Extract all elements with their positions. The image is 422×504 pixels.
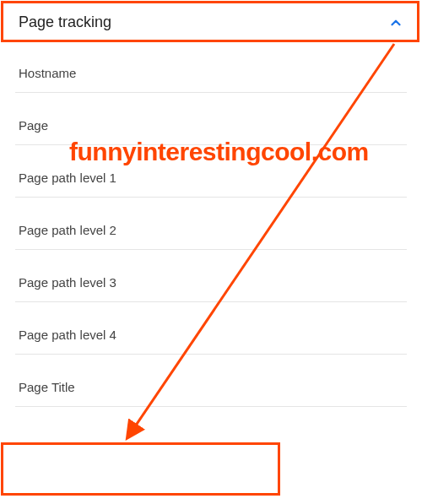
list-item-page-title[interactable]: Page Title — [15, 355, 407, 407]
list-item-page-path-level-4[interactable]: Page path level 4 — [15, 302, 407, 355]
section-header-page-tracking[interactable]: Page tracking — [15, 7, 407, 41]
list-item-label: Page path level 3 — [19, 275, 116, 290]
list-item-page-path-level-3[interactable]: Page path level 3 — [15, 250, 407, 302]
list-item-label: Page path level 2 — [19, 223, 116, 237]
list-item-label: Page path level 1 — [19, 171, 116, 185]
list-item-label: Page — [19, 118, 48, 133]
list-item-hostname[interactable]: Hostname — [15, 41, 407, 93]
list-item-label: Hostname — [19, 66, 76, 80]
list-item-page[interactable]: Page — [15, 93, 407, 145]
dimension-list: Hostname Page Page path level 1 Page pat… — [15, 41, 407, 407]
list-item-page-path-level-2[interactable]: Page path level 2 — [15, 198, 407, 250]
list-item-label: Page path level 4 — [19, 328, 116, 342]
section-title: Page tracking — [19, 14, 111, 31]
list-item-page-path-level-1[interactable]: Page path level 1 — [15, 145, 407, 198]
list-item-label: Page Title — [19, 380, 75, 394]
annotation-box-bottom — [1, 442, 280, 496]
chevron-up-icon — [388, 15, 403, 30]
